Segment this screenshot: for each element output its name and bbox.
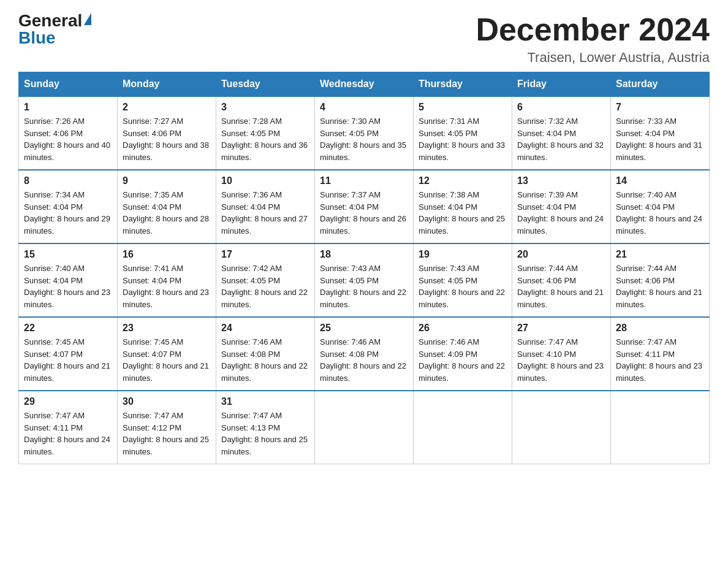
- day-number: 22: [24, 323, 112, 334]
- day-number: 17: [221, 249, 309, 260]
- calendar-week-5: 29 Sunrise: 7:47 AMSunset: 4:11 PMDaylig…: [19, 391, 710, 464]
- weekday-header-tuesday: Tuesday: [216, 72, 315, 97]
- calendar-cell: 4 Sunrise: 7:30 AMSunset: 4:05 PMDayligh…: [315, 96, 414, 170]
- day-number: 30: [123, 396, 211, 407]
- day-number: 24: [221, 323, 309, 334]
- calendar-week-2: 8 Sunrise: 7:34 AMSunset: 4:04 PMDayligh…: [19, 170, 710, 243]
- day-number: 16: [123, 249, 211, 260]
- calendar-cell: 2 Sunrise: 7:27 AMSunset: 4:06 PMDayligh…: [118, 96, 216, 170]
- day-number: 12: [419, 175, 507, 186]
- day-info: Sunrise: 7:45 AMSunset: 4:07 PMDaylight:…: [24, 337, 110, 383]
- day-info: Sunrise: 7:46 AMSunset: 4:08 PMDaylight:…: [320, 337, 406, 383]
- day-number: 4: [320, 102, 408, 113]
- calendar-cell: 6 Sunrise: 7:32 AMSunset: 4:04 PMDayligh…: [512, 96, 611, 170]
- weekday-header-monday: Monday: [118, 72, 216, 97]
- day-info: Sunrise: 7:26 AMSunset: 4:06 PMDaylight:…: [24, 117, 110, 162]
- calendar-header: SundayMondayTuesdayWednesdayThursdayFrid…: [19, 72, 710, 97]
- day-number: 8: [24, 175, 112, 186]
- day-number: 23: [123, 323, 211, 334]
- day-info: Sunrise: 7:47 AMSunset: 4:12 PMDaylight:…: [123, 411, 209, 456]
- day-number: 10: [221, 175, 309, 186]
- calendar-cell: 24 Sunrise: 7:46 AMSunset: 4:08 PMDaylig…: [216, 317, 315, 391]
- logo-blue-text: Blue: [18, 29, 56, 47]
- day-info: Sunrise: 7:30 AMSunset: 4:05 PMDaylight:…: [320, 117, 406, 162]
- day-info: Sunrise: 7:40 AMSunset: 4:04 PMDaylight:…: [616, 190, 702, 236]
- title-block: December 2024 Traisen, Lower Austria, Au…: [476, 12, 710, 66]
- calendar-cell: 7 Sunrise: 7:33 AMSunset: 4:04 PMDayligh…: [611, 96, 710, 170]
- day-number: 25: [320, 323, 408, 334]
- calendar-title: December 2024: [476, 12, 710, 47]
- weekday-header-wednesday: Wednesday: [315, 72, 414, 97]
- day-number: 13: [517, 175, 605, 186]
- day-number: 18: [320, 249, 408, 260]
- calendar-cell: 29 Sunrise: 7:47 AMSunset: 4:11 PMDaylig…: [19, 391, 118, 464]
- day-number: 1: [24, 102, 112, 113]
- day-info: Sunrise: 7:47 AMSunset: 4:11 PMDaylight:…: [24, 411, 110, 456]
- calendar-cell: 18 Sunrise: 7:43 AMSunset: 4:05 PMDaylig…: [315, 243, 414, 317]
- day-info: Sunrise: 7:44 AMSunset: 4:06 PMDaylight:…: [616, 264, 702, 309]
- calendar-body: 1 Sunrise: 7:26 AMSunset: 4:06 PMDayligh…: [19, 96, 710, 464]
- calendar-cell: 21 Sunrise: 7:44 AMSunset: 4:06 PMDaylig…: [611, 243, 710, 317]
- calendar-cell: 16 Sunrise: 7:41 AMSunset: 4:04 PMDaylig…: [118, 243, 216, 317]
- calendar-cell: 23 Sunrise: 7:45 AMSunset: 4:07 PMDaylig…: [118, 317, 216, 391]
- day-info: Sunrise: 7:35 AMSunset: 4:04 PMDaylight:…: [123, 190, 209, 236]
- calendar-week-4: 22 Sunrise: 7:45 AMSunset: 4:07 PMDaylig…: [19, 317, 710, 391]
- calendar-week-1: 1 Sunrise: 7:26 AMSunset: 4:06 PMDayligh…: [19, 96, 710, 170]
- calendar-cell: 1 Sunrise: 7:26 AMSunset: 4:06 PMDayligh…: [19, 96, 118, 170]
- logo-general-text: General: [18, 12, 82, 29]
- day-info: Sunrise: 7:43 AMSunset: 4:05 PMDaylight:…: [419, 264, 505, 309]
- calendar-location: Traisen, Lower Austria, Austria: [476, 50, 710, 66]
- logo-triangle-icon: [84, 13, 91, 25]
- calendar-cell: 20 Sunrise: 7:44 AMSunset: 4:06 PMDaylig…: [512, 243, 611, 317]
- day-info: Sunrise: 7:42 AMSunset: 4:05 PMDaylight:…: [221, 264, 308, 309]
- calendar-week-3: 15 Sunrise: 7:40 AMSunset: 4:04 PMDaylig…: [19, 243, 710, 317]
- calendar-cell: 19 Sunrise: 7:43 AMSunset: 4:05 PMDaylig…: [414, 243, 512, 317]
- logo: General Blue: [18, 12, 91, 47]
- day-info: Sunrise: 7:45 AMSunset: 4:07 PMDaylight:…: [123, 337, 209, 383]
- weekday-header-saturday: Saturday: [611, 72, 710, 97]
- calendar-cell: 8 Sunrise: 7:34 AMSunset: 4:04 PMDayligh…: [19, 170, 118, 243]
- calendar-cell: 5 Sunrise: 7:31 AMSunset: 4:05 PMDayligh…: [414, 96, 512, 170]
- day-info: Sunrise: 7:46 AMSunset: 4:09 PMDaylight:…: [419, 337, 505, 383]
- day-info: Sunrise: 7:41 AMSunset: 4:04 PMDaylight:…: [123, 264, 209, 309]
- weekday-header-thursday: Thursday: [414, 72, 512, 97]
- day-info: Sunrise: 7:44 AMSunset: 4:06 PMDaylight:…: [517, 264, 604, 309]
- day-number: 14: [616, 175, 704, 186]
- day-number: 31: [221, 396, 309, 407]
- calendar-cell: [414, 391, 512, 464]
- day-info: Sunrise: 7:39 AMSunset: 4:04 PMDaylight:…: [517, 190, 604, 236]
- day-info: Sunrise: 7:36 AMSunset: 4:04 PMDaylight:…: [221, 190, 308, 236]
- calendar-cell: 25 Sunrise: 7:46 AMSunset: 4:08 PMDaylig…: [315, 317, 414, 391]
- day-number: 3: [221, 102, 309, 113]
- day-info: Sunrise: 7:33 AMSunset: 4:04 PMDaylight:…: [616, 117, 702, 162]
- day-number: 29: [24, 396, 112, 407]
- calendar-cell: 17 Sunrise: 7:42 AMSunset: 4:05 PMDaylig…: [216, 243, 315, 317]
- calendar-cell: [611, 391, 710, 464]
- calendar-cell: [315, 391, 414, 464]
- calendar-cell: 31 Sunrise: 7:47 AMSunset: 4:13 PMDaylig…: [216, 391, 315, 464]
- day-info: Sunrise: 7:46 AMSunset: 4:08 PMDaylight:…: [221, 337, 308, 383]
- calendar-cell: 28 Sunrise: 7:47 AMSunset: 4:11 PMDaylig…: [611, 317, 710, 391]
- day-number: 20: [517, 249, 605, 260]
- day-info: Sunrise: 7:32 AMSunset: 4:04 PMDaylight:…: [517, 117, 604, 162]
- day-number: 19: [419, 249, 507, 260]
- calendar-cell: [512, 391, 611, 464]
- day-number: 15: [24, 249, 112, 260]
- day-number: 6: [517, 102, 605, 113]
- calendar-cell: 14 Sunrise: 7:40 AMSunset: 4:04 PMDaylig…: [611, 170, 710, 243]
- day-number: 2: [123, 102, 211, 113]
- calendar-cell: 30 Sunrise: 7:47 AMSunset: 4:12 PMDaylig…: [118, 391, 216, 464]
- day-info: Sunrise: 7:47 AMSunset: 4:11 PMDaylight:…: [616, 337, 702, 383]
- day-info: Sunrise: 7:37 AMSunset: 4:04 PMDaylight:…: [320, 190, 406, 236]
- day-info: Sunrise: 7:31 AMSunset: 4:05 PMDaylight:…: [419, 117, 505, 162]
- day-info: Sunrise: 7:28 AMSunset: 4:05 PMDaylight:…: [221, 117, 308, 162]
- calendar-cell: 10 Sunrise: 7:36 AMSunset: 4:04 PMDaylig…: [216, 170, 315, 243]
- calendar-table: SundayMondayTuesdayWednesdayThursdayFrid…: [18, 72, 710, 464]
- day-number: 11: [320, 175, 408, 186]
- page-header: General Blue December 2024 Traisen, Lowe…: [18, 12, 710, 66]
- calendar-cell: 9 Sunrise: 7:35 AMSunset: 4:04 PMDayligh…: [118, 170, 216, 243]
- calendar-cell: 12 Sunrise: 7:38 AMSunset: 4:04 PMDaylig…: [414, 170, 512, 243]
- day-info: Sunrise: 7:40 AMSunset: 4:04 PMDaylight:…: [24, 264, 110, 309]
- weekday-header-friday: Friday: [512, 72, 611, 97]
- calendar-cell: 26 Sunrise: 7:46 AMSunset: 4:09 PMDaylig…: [414, 317, 512, 391]
